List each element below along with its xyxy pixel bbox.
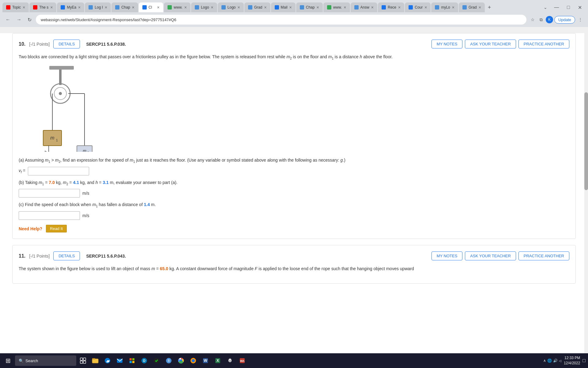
taskbar-time-display: 12:33 PM [564,355,580,358]
taskbar-dell-icon[interactable]: D [139,355,150,358]
question-10-practice-another-button[interactable]: PRACTICE ANOTHER [518,40,569,48]
taskbar-file-explorer[interactable] [90,355,101,358]
taskbar-firefox-icon[interactable] [188,355,199,358]
taskbar-excel-icon[interactable]: X [212,355,223,358]
address-input[interactable] [36,15,526,25]
notification-icon[interactable]: □ [582,358,586,358]
tab-www1[interactable]: www. × [164,2,190,12]
tab-close-www1[interactable]: × [184,5,187,10]
refresh-button[interactable]: ↻ [26,16,33,24]
close-button[interactable]: ✕ [574,3,586,12]
svg-point-49 [166,358,172,358]
tab-close-cour[interactable]: × [424,5,427,10]
question-11-ask-teacher-button[interactable]: ASK YOUR TEACHER [465,251,516,260]
tab-close-the-s[interactable]: × [50,5,53,10]
question-11-header: 11. [-/1 Points] DETAILS SERCP11 5.6.P.0… [19,251,569,260]
question-10-action-btns: MY NOTES ASK YOUR TEACHER PRACTICE ANOTH… [432,40,569,48]
scrollbar[interactable] [584,27,588,353]
taskbar-icon-blue[interactable]: B [163,355,174,358]
tab-close-topic[interactable]: × [23,5,25,10]
tab-close-grad1[interactable]: × [264,5,266,10]
tab-www2[interactable]: www. × [323,2,350,12]
tab-list-button[interactable]: ⌄ [541,3,550,12]
tab-myea[interactable]: MyEa × [57,2,84,12]
taskbar-task-view[interactable] [77,355,89,358]
tab-favicon-topic [6,5,10,10]
taskbar-clock[interactable]: 12:33 PM 12/4/2022 [564,355,580,358]
question-10-details-button[interactable]: DETAILS [53,40,80,48]
tab-close-rece[interactable]: × [398,5,401,10]
tab-close-chap2[interactable]: × [316,5,319,10]
profile-icon[interactable]: K [546,16,553,23]
new-tab-button[interactable]: + [485,3,494,12]
tab-grad1[interactable]: Grad × [244,2,270,12]
taskbar-word-icon[interactable]: W [200,355,211,358]
svg-text:m: m [50,135,54,140]
update-button[interactable]: Update [554,16,575,24]
svg-rect-35 [83,358,86,358]
taskbar-chrome-icon[interactable] [175,355,187,358]
svg-point-46 [141,358,147,358]
need-help-section: Need Help? Read It [19,225,569,232]
maximize-button[interactable]: □ [563,3,574,12]
taskbar-store-icon[interactable] [126,355,138,358]
sub-b-unit: m/s [82,191,89,196]
tab-answ[interactable]: Answ × [351,2,378,12]
tab-label-myea: MyEa [67,5,76,10]
question-11-my-notes-button[interactable]: MY NOTES [432,251,463,260]
sub-b-m1-val: 7.0 [49,180,55,185]
taskbar-search-box[interactable]: 🔍 Search [15,355,76,358]
tab-close-chap1[interactable]: × [132,5,134,10]
extensions-icon[interactable]: ⧉ [538,16,545,24]
back-button[interactable]: ← [4,16,12,24]
tab-close-mylo[interactable]: × [452,5,454,10]
tab-label-chap1: Chap [121,5,130,10]
sub-a-answer-input[interactable] [28,167,89,175]
question-11-practice-another-button[interactable]: PRACTICE ANOTHER [518,251,569,260]
tab-label-chap2: Chap [306,5,315,10]
bookmark-icon[interactable]: ☆ [529,16,537,23]
scrollbar-thumb[interactable] [584,92,588,190]
minimize-button[interactable]: — [550,3,563,12]
menu-icon[interactable]: ⋮ [576,16,584,23]
tab-chap1[interactable]: Chap × [111,2,138,12]
tab-close-logo2[interactable]: × [238,5,240,10]
taskbar-antivirus-icon[interactable] [151,355,162,358]
tab-rece[interactable]: Rece × [378,2,404,12]
tab-close-ci[interactable]: × [157,5,160,10]
tab-close-www2[interactable]: × [344,5,346,10]
tab-close-log[interactable]: × [105,5,107,10]
tab-cour[interactable]: Cour × [405,2,431,12]
taskbar-webassign-icon[interactable]: WA [237,355,248,358]
start-button[interactable]: ⊞ [2,356,14,358]
tab-label-logo2: Logo [228,5,236,10]
tab-topic[interactable]: Topic × [2,2,29,12]
tab-chap2[interactable]: Chap × [296,2,323,12]
taskbar-mail-icon[interactable] [114,355,125,358]
question-11-block: 11. [-/1 Points] DETAILS SERCP11 5.6.P.0… [12,245,576,283]
question-10-my-notes-button[interactable]: MY NOTES [432,40,463,48]
taskbar-edge-icon[interactable] [102,355,113,358]
tab-mail[interactable]: Mail × [271,2,296,12]
tab-close-logo1[interactable]: × [211,5,213,10]
tab-ci[interactable]: Cl × [139,2,163,12]
tab-logo2[interactable]: Logo × [218,2,244,12]
sub-b-answer-input[interactable] [19,189,80,197]
question-11-details-button[interactable]: DETAILS [53,251,80,260]
tab-logo1[interactable]: Logo × [191,2,217,12]
sub-c-answer-input[interactable] [19,211,80,220]
tab-log[interactable]: Log I × [85,2,111,12]
tab-close-mail[interactable]: × [289,5,292,10]
forward-button[interactable]: → [15,16,23,24]
svg-text:m: m [83,148,86,152]
tab-the-s[interactable]: The s × [29,2,56,12]
tab-grad2[interactable]: Grad × [459,2,485,12]
taskbar-settings-icon[interactable] [224,355,236,358]
tab-close-answ[interactable]: × [371,5,374,10]
read-it-button[interactable]: Read It [46,225,67,232]
question-10-ask-teacher-button[interactable]: ASK YOUR TEACHER [465,40,516,48]
tab-close-myea[interactable]: × [78,5,81,10]
svg-point-48 [154,358,159,358]
tab-mylo[interactable]: myLo × [431,2,458,12]
tab-close-grad2[interactable]: × [479,5,481,10]
